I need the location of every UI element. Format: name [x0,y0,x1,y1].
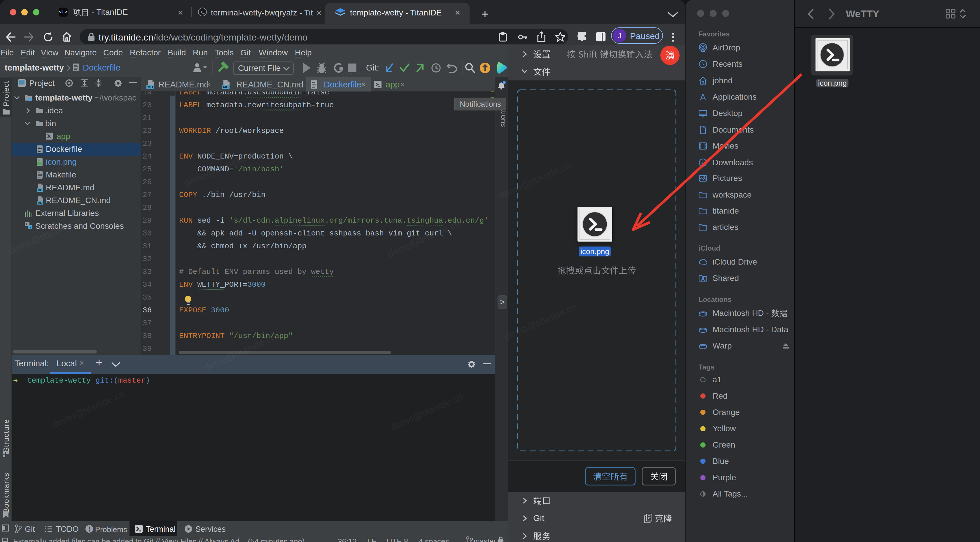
svg-text:MD: MD [223,85,229,89]
svg-text:MD: MD [37,188,42,192]
svg-text:MD: MD [37,201,42,204]
svg-text:MD: MD [148,85,153,89]
